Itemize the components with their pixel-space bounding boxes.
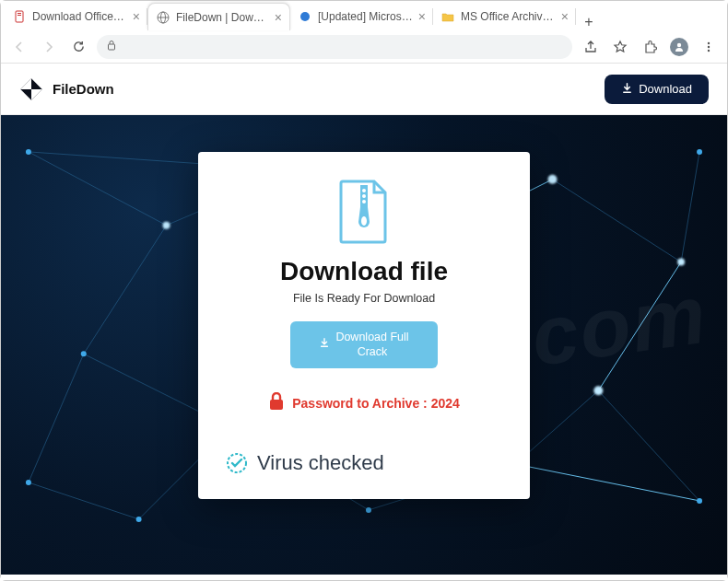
tab-label: FileDown | Download file [176, 11, 269, 24]
svg-line-32 [29, 482, 139, 519]
password-text: Password to Archive : 2024 [292, 396, 460, 411]
favicon-folder-icon [440, 9, 455, 24]
tab-close-icon[interactable]: × [275, 11, 282, 24]
card-title: Download file [280, 257, 448, 286]
virus-checked-label: Virus checked [257, 451, 384, 475]
svg-point-35 [26, 149, 31, 155]
svg-line-16 [29, 152, 167, 226]
checkmark-badge-icon [226, 452, 248, 474]
svg-point-51 [362, 189, 366, 192]
virus-checked-row: Virus checked [226, 451, 384, 475]
tab-close-icon[interactable]: × [418, 10, 426, 23]
profile-avatar[interactable] [668, 36, 690, 58]
tab-label: [Updated] Microsoft Office Cra… [318, 10, 413, 23]
tab-0[interactable]: Download Office 365 Pro Plus F… × [5, 3, 147, 30]
tab-2[interactable]: [Updated] Microsoft Office Cra… × [290, 3, 433, 30]
svg-rect-5 [18, 13, 21, 14]
svg-rect-6 [18, 15, 21, 16]
svg-rect-4 [16, 11, 23, 22]
svg-point-36 [163, 222, 170, 229]
svg-point-42 [677, 259, 685, 266]
svg-point-38 [26, 480, 31, 485]
tab-3[interactable]: MS Office Archives - Crack 4 PC × [433, 3, 576, 30]
svg-point-41 [547, 175, 557, 184]
password-row: Password to Archive : 2024 [268, 392, 460, 414]
header-download-label: Download [639, 82, 692, 96]
svg-line-17 [84, 226, 167, 354]
download-crack-button[interactable]: Download FullCrack [290, 321, 438, 368]
lock-icon [268, 392, 285, 414]
favicon-circle-icon [298, 9, 312, 24]
site-header: FileDown Download [1, 64, 727, 115]
svg-point-54 [361, 216, 367, 226]
svg-point-47 [366, 507, 371, 513]
zip-file-icon [337, 180, 391, 244]
svg-point-37 [81, 351, 87, 356]
brand-logo-icon [19, 77, 43, 101]
tab-close-icon[interactable]: × [133, 10, 140, 23]
svg-point-13 [708, 41, 710, 43]
svg-rect-11 [109, 44, 115, 50]
svg-line-34 [516, 464, 699, 501]
svg-line-24 [598, 390, 699, 501]
download-card: Download file File Is Ready For Download… [198, 152, 530, 499]
brand-name: FileDown [53, 81, 114, 97]
browser-toolbar [1, 30, 727, 64]
favicon-globe-icon [156, 10, 170, 25]
svg-line-22 [552, 180, 681, 262]
browser-window: Download Office 365 Pro Plus F… × FileDo… [0, 0, 728, 581]
svg-point-10 [300, 12, 310, 21]
svg-point-49 [697, 149, 702, 155]
download-icon [319, 337, 330, 353]
menu-dots-icon[interactable] [698, 36, 720, 58]
svg-line-18 [29, 354, 84, 482]
forward-button[interactable] [38, 36, 60, 58]
lock-icon [106, 40, 117, 53]
crack-button-label: Download FullCrack [335, 331, 408, 359]
tab-1[interactable]: FileDown | Download file × [147, 3, 290, 30]
svg-point-52 [362, 194, 366, 198]
reload-button[interactable] [67, 36, 89, 58]
tab-label: Download Office 365 Pro Plus F… [32, 10, 127, 23]
share-icon[interactable] [580, 36, 602, 58]
svg-point-53 [362, 200, 366, 203]
footer-gap [1, 575, 727, 580]
card-subtitle: File Is Ready For Download [293, 292, 435, 305]
hero-section: pcrisk.com Download file File Is Ready F… [1, 115, 727, 575]
header-download-button[interactable]: Download [605, 75, 709, 104]
svg-point-12 [677, 42, 681, 46]
favicon-doc-icon [12, 9, 27, 24]
svg-point-43 [593, 386, 603, 395]
svg-line-23 [598, 262, 681, 391]
svg-line-33 [681, 152, 699, 262]
address-bar[interactable] [97, 35, 572, 59]
tab-label: MS Office Archives - Crack 4 PC [461, 10, 556, 23]
svg-point-44 [697, 498, 702, 504]
extensions-icon[interactable] [639, 36, 661, 58]
brand[interactable]: FileDown [19, 77, 114, 101]
new-tab-button[interactable]: + [576, 14, 602, 30]
tab-strip: Download Office 365 Pro Plus F… × FileDo… [1, 1, 727, 30]
svg-point-14 [708, 45, 710, 47]
svg-rect-55 [270, 400, 283, 410]
svg-point-15 [708, 49, 710, 51]
back-button[interactable] [8, 36, 30, 58]
tab-close-icon[interactable]: × [561, 10, 569, 23]
svg-point-46 [136, 517, 142, 522]
bookmark-star-icon[interactable] [609, 36, 631, 58]
download-icon [621, 82, 633, 97]
